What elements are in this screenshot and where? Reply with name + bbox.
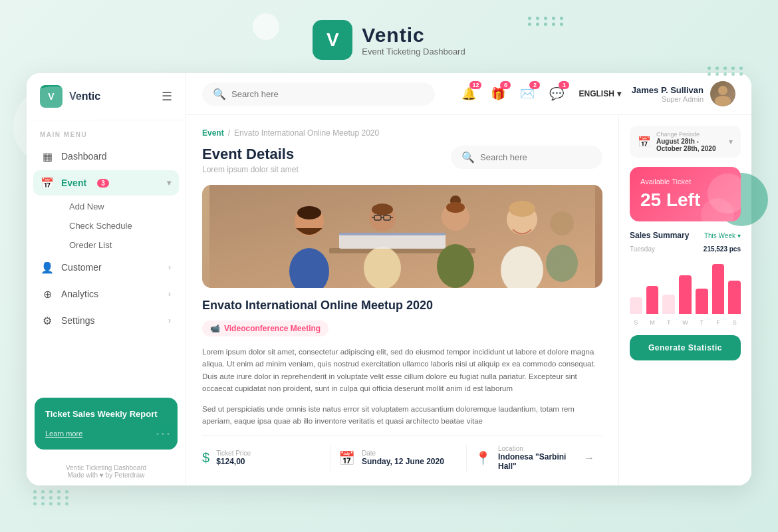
topbar-icons: 🔔 12 🎁 6 ✉️ 2 💬 1 <box>457 82 568 105</box>
customer-arrow-icon: › <box>168 263 171 272</box>
page-header: Event Details Lorem ipsum dolor sit amet… <box>202 146 602 174</box>
event-meta: $ Ticket Price $124,00 📅 Date Sunday, 12… <box>202 435 602 471</box>
location-icon: 📍 <box>475 450 491 466</box>
available-ticket-card: Available Ticket 25 Left <box>630 167 741 221</box>
language-selector[interactable]: ENGLISH ▾ <box>579 89 620 98</box>
period-label: Change Periode <box>656 131 723 138</box>
app-name: Ventic <box>362 24 465 47</box>
mail-button[interactable]: ✉️ 2 <box>516 82 539 105</box>
topbar: 🔍 🔔 12 🎁 6 ✉️ 2 <box>186 73 751 115</box>
hamburger-icon[interactable]: ☰ <box>162 89 172 104</box>
date-label: Date <box>362 450 444 457</box>
logo-icon: V <box>313 20 352 60</box>
calendar-icon: 📅 <box>338 450 355 466</box>
breadcrumb: Event / Envato International Online Meet… <box>202 128 602 138</box>
event-arrow-icon: ▾ <box>167 178 171 188</box>
svg-point-22 <box>546 245 578 282</box>
svg-point-1 <box>715 96 731 106</box>
topbar-search-box[interactable]: 🔍 <box>202 82 435 106</box>
app-logo: V Ventic Event Ticketing Dashboard <box>313 20 465 60</box>
right-panel: 📅 Change Periode August 28th - October 2… <box>618 115 751 485</box>
event-description-1: Lorem ipsum dolor sit amet, consectetur … <box>202 346 602 395</box>
top-header: V Ventic Event Ticketing Dashboard <box>0 0 778 73</box>
sales-period-chevron-icon: ▾ <box>737 232 741 239</box>
dashboard-icon: ▦ <box>41 150 53 162</box>
sales-day: Tuesday <box>630 245 655 253</box>
sidebar-item-analytics[interactable]: ⊕ Analytics › <box>33 281 179 307</box>
chart-label: T <box>662 319 675 326</box>
chat-button[interactable]: 💬 1 <box>545 82 568 105</box>
sidebar-item-dashboard[interactable]: ▦ Dashboard <box>33 144 179 169</box>
event-image <box>202 185 602 288</box>
main-content: Event / Envato International Online Meet… <box>186 115 751 485</box>
sales-amount: 215,523 pcs <box>704 245 741 253</box>
breadcrumb-current: Envato International Online Meetup 2020 <box>234 128 379 138</box>
breadcrumb-parent[interactable]: Event <box>202 128 224 138</box>
content-search-input[interactable] <box>480 152 592 162</box>
page-subtitle: Lorem ipsum dolor sit amet <box>202 165 299 174</box>
sidebar-card-link[interactable]: Learn more <box>45 430 82 438</box>
settings-arrow-icon: › <box>168 316 171 325</box>
period-chevron-icon: ▾ <box>729 137 733 146</box>
svg-point-17 <box>446 202 465 213</box>
mail-badge: 2 <box>529 81 540 89</box>
svg-point-13 <box>372 203 393 215</box>
ticket-price-value: $124,00 <box>216 457 251 466</box>
sidebar-item-label: Analytics <box>61 289 98 299</box>
settings-icon: ⚙ <box>41 315 53 327</box>
event-title: Envato International Online Meetup 2020 <box>202 299 602 313</box>
sidebar-item-settings[interactable]: ⚙ Settings › <box>33 308 179 333</box>
chart-bar <box>662 295 675 314</box>
event-tag: Videoconference Meeting <box>202 321 328 336</box>
sub-nav-order-list[interactable]: Oreder List <box>61 235 179 255</box>
sales-period-selector[interactable]: This Week ▾ <box>704 232 741 239</box>
gift-button[interactable]: 🎁 6 <box>487 82 509 105</box>
sidebar-card-deco: ⋯ <box>155 424 171 443</box>
user-name: James P. Sullivan <box>632 85 704 95</box>
sales-summary: Sales Summary This Week ▾ Tuesday 215,52… <box>630 231 741 326</box>
date-item: 📅 Date Sunday, 12 June 2020 <box>330 445 467 471</box>
period-selector[interactable]: 📅 Change Periode August 28th - October 2… <box>630 126 741 158</box>
sidebar-report-card: Ticket Sales Weekly Report Learn more ⋯ <box>35 398 178 450</box>
svg-point-7 <box>297 206 321 219</box>
date-value: Sunday, 12 June 2020 <box>362 457 444 466</box>
sidebar-item-customer[interactable]: 👤 Customer › <box>33 255 179 280</box>
content-area: Event / Envato International Online Meet… <box>186 115 618 485</box>
sidebar-item-event[interactable]: 📅 Event 3 ▾ <box>33 170 179 196</box>
content-search-icon: 🔍 <box>461 151 475 164</box>
sub-nav-check-schedule[interactable]: Check Schedule <box>61 216 179 235</box>
bell-button[interactable]: 🔔 12 <box>457 82 480 105</box>
page-title-block: Event Details Lorem ipsum dolor sit amet <box>202 146 299 174</box>
chart-bar <box>696 289 708 314</box>
breadcrumb-separator: / <box>228 128 230 138</box>
event-sub-nav: Add New Check Schedule Oreder List <box>33 197 179 255</box>
sales-period-label: This Week <box>704 232 735 239</box>
chart-bar <box>646 286 659 314</box>
user-profile[interactable]: James P. Sullivan Super Admin <box>632 81 735 106</box>
svg-point-20 <box>509 201 535 217</box>
sub-nav-add-new[interactable]: Add New <box>61 197 179 216</box>
sidebar-item-label: Settings <box>61 315 95 326</box>
content-search-box[interactable]: 🔍 <box>451 146 602 169</box>
dollar-icon: $ <box>202 450 209 466</box>
location-item: 📍 Location Indonesa "Sarbini Hall" → <box>467 445 602 471</box>
svg-point-0 <box>718 86 727 95</box>
chart-label: M <box>646 319 659 326</box>
chart-bar <box>712 264 725 314</box>
generate-statistic-button[interactable]: Generate Statistic <box>630 335 741 360</box>
user-role: Super Admin <box>632 95 704 103</box>
analytics-arrow-icon: › <box>168 289 171 299</box>
app-tagline: Event Ticketing Dashboard <box>362 47 465 57</box>
calendar-period-icon: 📅 <box>638 136 651 148</box>
sidebar-nav: ▦ Dashboard 📅 Event 3 ▾ Add New Check Sc… <box>27 144 186 390</box>
bell-badge: 12 <box>469 81 481 89</box>
sales-chart <box>630 261 741 314</box>
analytics-icon: ⊕ <box>41 288 53 300</box>
gift-badge: 6 <box>500 81 511 89</box>
period-value: August 28th - October 28th, 2020 <box>656 138 723 152</box>
topbar-search-input[interactable] <box>231 89 424 99</box>
event-icon: 📅 <box>41 177 53 189</box>
customer-icon: 👤 <box>41 261 53 273</box>
chart-label: W <box>679 319 692 326</box>
sidebar-item-label: Event <box>61 178 86 188</box>
